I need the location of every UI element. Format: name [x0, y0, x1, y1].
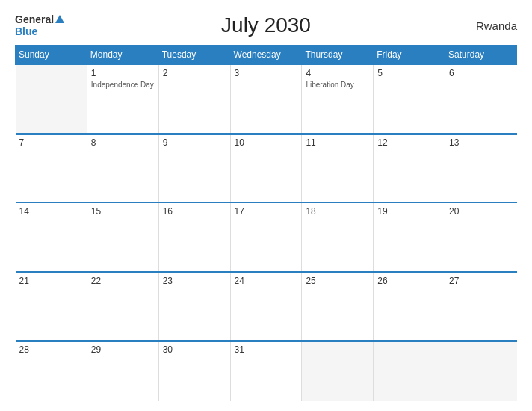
table-row: 26 [374, 272, 445, 342]
day-number: 9 [163, 137, 226, 148]
table-row: 7 [16, 134, 87, 203]
table-row: 17 [230, 203, 302, 272]
day-number: 28 [19, 344, 83, 355]
col-sunday: Sunday [16, 46, 87, 65]
table-row [445, 341, 517, 401]
calendar-header-row: Sunday Monday Tuesday Wednesday Thursday… [16, 46, 517, 65]
table-row: 14 [16, 203, 87, 272]
day-number: 19 [377, 206, 441, 217]
day-number: 21 [19, 276, 83, 286]
table-row [302, 341, 374, 401]
day-number: 4 [306, 68, 369, 78]
table-row: 15 [87, 203, 158, 272]
table-row: 9 [158, 134, 230, 203]
col-monday: Monday [87, 46, 158, 65]
table-row: 12 [374, 134, 445, 203]
calendar-week-row: 14151617181920 [16, 203, 517, 272]
day-number: 1 [91, 68, 155, 78]
calendar-week-row: 28293031 [16, 341, 517, 401]
table-row: 23 [158, 272, 230, 342]
day-number: 3 [235, 68, 298, 78]
day-number: 14 [19, 206, 83, 217]
day-number: 7 [19, 137, 83, 148]
day-number: 24 [235, 276, 298, 286]
table-row: 21 [16, 272, 87, 342]
calendar-page: General Blue July 2030 Rwanda Sunday Mon… [0, 0, 532, 411]
table-row: 31 [230, 341, 302, 401]
holiday-label: Independence Day [91, 80, 155, 90]
logo: General Blue [15, 13, 75, 37]
table-row: 24 [230, 272, 302, 342]
calendar-table: Sunday Monday Tuesday Wednesday Thursday… [15, 45, 517, 401]
col-saturday: Saturday [445, 46, 517, 65]
table-row: 18 [302, 203, 374, 272]
day-number: 13 [449, 137, 513, 148]
table-row: 3 [230, 64, 302, 134]
table-row: 28 [16, 341, 87, 401]
day-number: 8 [91, 137, 155, 148]
day-number: 25 [306, 276, 369, 286]
header: General Blue July 2030 Rwanda [15, 13, 517, 37]
table-row: 2 [158, 64, 230, 134]
col-friday: Friday [374, 46, 445, 65]
day-number: 17 [235, 206, 298, 217]
table-row: 1Independence Day [87, 64, 158, 134]
table-row: 8 [87, 134, 158, 203]
table-row: 16 [158, 203, 230, 272]
day-number: 11 [306, 137, 369, 148]
table-row: 27 [445, 272, 517, 342]
table-row [374, 341, 445, 401]
calendar-week-row: 1Independence Day234Liberation Day56 [16, 64, 517, 134]
table-row: 20 [445, 203, 517, 272]
day-number: 15 [91, 206, 155, 217]
table-row: 5 [374, 64, 445, 134]
table-row: 19 [374, 203, 445, 272]
table-row: 13 [445, 134, 517, 203]
col-wednesday: Wednesday [230, 46, 302, 65]
day-number: 30 [163, 344, 226, 355]
day-number: 2 [163, 68, 226, 78]
table-row: 29 [87, 341, 158, 401]
day-number: 12 [377, 137, 441, 148]
table-row: 22 [87, 272, 158, 342]
calendar-week-row: 78910111213 [16, 134, 517, 203]
day-number: 31 [235, 344, 298, 355]
table-row: 11 [302, 134, 374, 203]
col-thursday: Thursday [302, 46, 374, 65]
day-number: 6 [449, 68, 513, 78]
calendar-title: July 2030 [75, 13, 457, 37]
day-number: 29 [91, 344, 155, 355]
day-number: 16 [163, 206, 226, 217]
day-number: 26 [377, 276, 441, 286]
table-row: 30 [158, 341, 230, 401]
table-row: 10 [230, 134, 302, 203]
col-tuesday: Tuesday [158, 46, 230, 65]
day-number: 10 [235, 137, 298, 148]
calendar-week-row: 21222324252627 [16, 272, 517, 342]
day-number: 20 [449, 206, 513, 217]
holiday-label: Liberation Day [306, 80, 369, 90]
table-row: 6 [445, 64, 517, 134]
day-number: 22 [91, 276, 155, 286]
day-number: 23 [163, 276, 226, 286]
table-row [16, 64, 87, 134]
day-number: 18 [306, 206, 369, 217]
table-row: 4Liberation Day [302, 64, 374, 134]
country-label: Rwanda [457, 19, 517, 32]
table-row: 25 [302, 272, 374, 342]
day-number: 27 [449, 276, 513, 286]
day-number: 5 [377, 68, 441, 78]
